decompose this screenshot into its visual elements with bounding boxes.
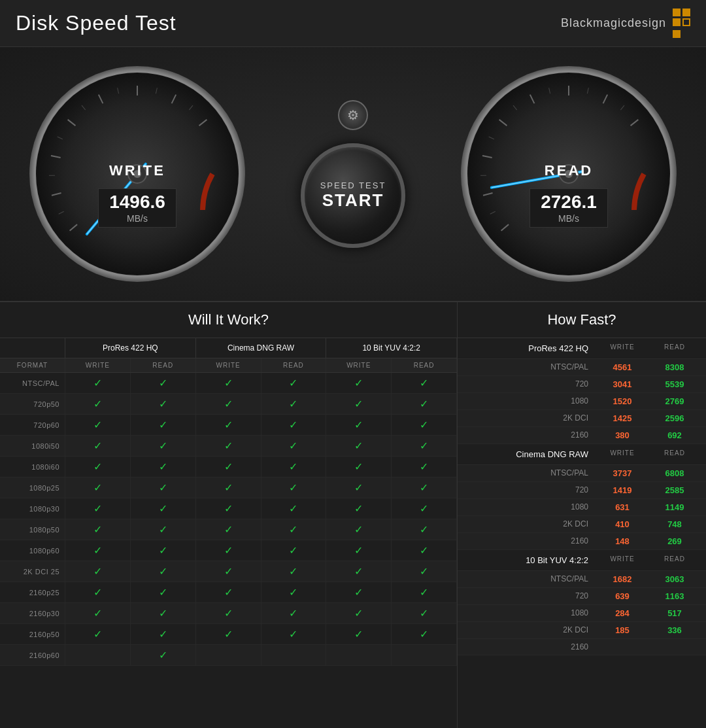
app-header: Disk Speed Test Blackmagicdesign	[0, 0, 706, 47]
hf-data-row: 1080 1520 2769	[458, 393, 706, 410]
how-fast-panel: How Fast? ProRes 422 HQ WRITE READ NTSC/…	[458, 302, 706, 728]
hf-read-value: 2585	[648, 485, 701, 495]
start-btn-sub: SPEED TEST	[320, 181, 386, 190]
sub-headers: FORMAT WRITE READ WRITE READ WRITE READ	[0, 358, 457, 373]
checkmark-icon: ✓	[159, 419, 167, 431]
check-cell: ✓	[392, 582, 457, 602]
checkmark-icon: ✓	[420, 502, 428, 515]
check-cell: ✓	[261, 477, 327, 498]
hf-read-value: 3063	[648, 574, 701, 584]
check-cell: ✓	[65, 519, 131, 540]
checkmark-icon: ✓	[354, 502, 363, 515]
checkmark-icon: ✓	[420, 544, 428, 557]
check-cell: ✓	[65, 373, 131, 393]
format-label: 1080p30	[0, 498, 65, 519]
how-fast-content: ProRes 422 HQ WRITE READ NTSC/PAL 4561 8…	[458, 338, 706, 655]
check-cell: ✓	[261, 498, 327, 519]
checkmark-icon: ✓	[93, 419, 102, 431]
checkmark-icon: ✓	[93, 523, 102, 536]
hf-write-value: 639	[596, 591, 648, 601]
checkmark-icon: ✓	[224, 481, 233, 494]
checkmark-icon: ✓	[354, 586, 363, 598]
checkmark-icon: ✓	[289, 377, 297, 389]
hf-write-value: 148	[596, 536, 648, 546]
checkmark-icon: ✓	[159, 460, 167, 473]
format-label: NTSC/PAL	[0, 373, 65, 393]
checkmark-icon: ✓	[354, 419, 363, 431]
checkmark-icon: ✓	[420, 377, 428, 389]
check-cell: ✓	[326, 603, 392, 623]
start-button[interactable]: SPEED TEST START	[301, 143, 405, 248]
checkmark-icon: ✓	[420, 481, 428, 494]
checkmark-icon: ✓	[289, 565, 297, 578]
checkmark-icon: ✓	[159, 565, 167, 578]
col-group-header-prores: ProRes 422 HQ	[65, 338, 196, 358]
checkmark-icon: ✓	[224, 398, 233, 410]
hf-col-write: WRITE	[596, 555, 648, 565]
checkmark-icon: ✓	[420, 460, 428, 473]
write-unit: MB/s	[127, 213, 148, 224]
check-cell: ✓	[326, 540, 392, 561]
hf-data-row: NTSC/PAL 3737 6808	[458, 465, 706, 482]
checkmark-icon: ✓	[289, 544, 297, 557]
hf-col-read: READ	[648, 555, 701, 565]
check-cell	[326, 645, 392, 665]
checkmark-icon: ✓	[420, 607, 428, 619]
hf-data-row: NTSC/PAL 1682 3063	[458, 571, 706, 588]
sub-header-read2: READ	[261, 358, 327, 372]
hf-data-row: 2160 148 269	[458, 533, 706, 550]
checkmark-icon: ✓	[159, 607, 167, 619]
table-row: 2160p50✓✓✓✓✓✓	[0, 624, 457, 645]
brand-logo: Blackmagicdesign	[561, 9, 690, 38]
checkmark-icon: ✓	[159, 586, 167, 598]
settings-button[interactable]: ⚙	[338, 100, 368, 130]
check-cell: ✓	[65, 561, 131, 581]
check-cell: ✓	[392, 519, 457, 540]
checkmark-icon: ✓	[354, 544, 363, 557]
format-label: 720p50	[0, 394, 65, 414]
col-group-header-yuv: 10 Bit YUV 4:2:2	[326, 338, 457, 358]
hf-write-value: 410	[596, 519, 648, 529]
table-row: 2K DCI 25✓✓✓✓✓✓	[0, 561, 457, 582]
check-cell: ✓	[131, 394, 196, 414]
format-label: 1080i50	[0, 436, 65, 456]
format-label: 2160p50	[0, 624, 65, 644]
check-cell: ✓	[326, 477, 392, 498]
brand-icon-cell	[682, 18, 690, 26]
checkmark-icon: ✓	[354, 460, 363, 473]
brand-icon-cell	[673, 30, 681, 38]
format-label: 1080p50	[0, 519, 65, 540]
read-value: 2726.1	[541, 192, 597, 213]
check-cell: ✓	[326, 561, 392, 581]
sub-header-read3: READ	[392, 358, 457, 372]
format-label: 2160p30	[0, 603, 65, 623]
hf-col-write: WRITE	[596, 343, 648, 353]
sub-header-format: FORMAT	[0, 358, 65, 372]
check-cell: ✓	[261, 394, 327, 414]
table-row: 1080p25✓✓✓✓✓✓	[0, 477, 457, 498]
check-cell: ✓	[131, 415, 196, 435]
checkmark-icon: ✓	[224, 502, 233, 515]
check-cell: ✓	[196, 540, 261, 561]
check-cell: ✓	[131, 436, 196, 456]
hf-write-value: 1682	[596, 574, 648, 584]
hf-col-read: READ	[648, 449, 701, 459]
check-cell: ✓	[131, 603, 196, 623]
will-it-work-panel: Will It Work? ProRes 422 HQ Cinema DNG R…	[0, 302, 458, 728]
checkmark-icon: ✓	[354, 398, 363, 410]
hf-row-label: 2K DCI	[463, 625, 596, 635]
hf-group-header: Cinema DNG RAW WRITE READ	[458, 444, 706, 465]
hf-write-value: 3041	[596, 379, 648, 389]
checkmark-icon: ✓	[93, 628, 102, 640]
hf-col-read: READ	[648, 343, 701, 353]
hf-read-value: 2769	[648, 396, 701, 406]
check-cell: ✓	[131, 540, 196, 561]
checkmark-icon: ✓	[289, 460, 297, 473]
checkmark-icon: ✓	[289, 440, 297, 452]
table-row: 1080i50✓✓✓✓✓✓	[0, 436, 457, 457]
checkmark-icon: ✓	[93, 440, 102, 452]
hf-row-label: 2160	[463, 642, 596, 651]
check-cell: ✓	[131, 624, 196, 644]
check-cell: ✓	[196, 436, 261, 456]
hf-read-value: 8308	[648, 362, 701, 372]
